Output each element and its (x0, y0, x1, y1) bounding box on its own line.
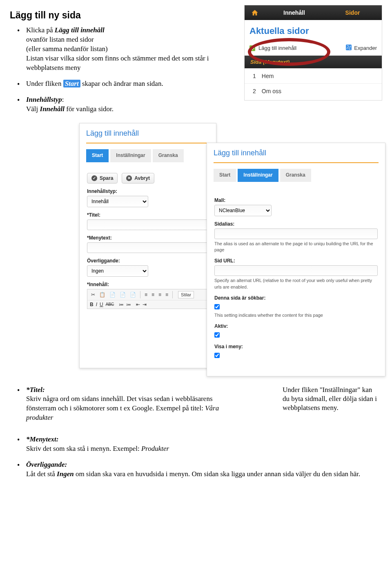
input-title[interactable] (87, 219, 209, 230)
b2-suffix: skapar och ändrar man sidan. (82, 80, 163, 87)
lbl-sidurl: Sid URL: (214, 258, 378, 264)
menu-heading: *Menytext: (26, 435, 58, 443)
select-content-type[interactable]: Innehåll (87, 196, 148, 207)
tab-settings[interactable]: Inställningar (110, 149, 151, 162)
b3-heading: Innehållstyp (26, 96, 62, 103)
lbl-type: Innehållstyp: (87, 188, 209, 194)
orange-rule (86, 143, 209, 143)
editor-toolbar-row2: B I U ABC ≔ ≔ ⇤ ⇥ (87, 300, 209, 309)
b3-prefix: Välj (26, 105, 40, 113)
help-url: Specify an alternat URL (relative to the… (214, 278, 378, 290)
b2-prefix: Under fliken (26, 80, 63, 87)
cancel-label: Avbryt (134, 175, 150, 181)
bullet-overliggande: Överliggande: Låt det stå Ingen om sidan… (26, 460, 382, 479)
copy-icon[interactable]: 📋 (98, 291, 107, 298)
align-right-icon[interactable]: ≡ (157, 291, 163, 298)
paste-icon[interactable]: 📄 (108, 291, 117, 298)
list-row-1[interactable]: 1 Hem (245, 68, 382, 83)
italic-icon[interactable]: I (96, 302, 97, 307)
over-ingen: Ingen (57, 470, 74, 478)
link-expand[interactable]: Expander (354, 45, 377, 51)
b3-suffix: för vanliga sidor. (65, 105, 114, 113)
menu-body: Skriv det som ska stå i menyn. Exempel: (26, 445, 141, 452)
checkbox-show-in-menu[interactable] (214, 353, 220, 358)
sida-menytext-header: Sida (Menytext) (245, 56, 382, 68)
align-left-icon[interactable]: ≡ (143, 291, 149, 298)
home-icon[interactable] (245, 5, 265, 20)
cancel-button[interactable]: ✕ Avbryt (122, 173, 154, 184)
expand-icon (346, 45, 352, 52)
nav-tab-innehall[interactable]: Innehåll (265, 9, 323, 16)
p1-title: Lägg till innehåll (80, 123, 216, 139)
checkbox-searchable[interactable] (214, 304, 220, 309)
tab-review[interactable]: Granska (153, 149, 184, 162)
underline-icon[interactable]: U (100, 302, 103, 307)
start-highlight: Start (63, 80, 80, 87)
lbl-title: *Titel: (87, 212, 209, 218)
over-suffix: om sidan ska vara en huvudsida i menyn. … (74, 470, 361, 478)
outdent-icon[interactable]: ⇤ (136, 302, 140, 307)
row2-label: Om oss (262, 88, 281, 94)
p2-tab-start[interactable]: Start (214, 169, 236, 182)
cut-icon[interactable]: ✂ (90, 291, 96, 298)
lbl-show: Visa i meny: (214, 344, 378, 349)
bold-icon[interactable]: B (90, 302, 94, 307)
checkbox-active[interactable] (214, 332, 220, 338)
lbl-menu: *Menytext: (87, 235, 209, 241)
b1-prefix: Klicka på (26, 26, 55, 34)
row2-num: 2 (253, 88, 256, 94)
paste2-icon[interactable]: 📄 (118, 291, 127, 298)
align-justify-icon[interactable]: ≡ (164, 291, 169, 298)
bullet-click-add: Klicka på Lägg till innehåll ovanför lis… (26, 26, 238, 73)
b1-line3: (eller samma nedanför listan) (26, 45, 108, 53)
link-add-content[interactable]: Lägg till innehåll (258, 45, 296, 51)
strike-icon[interactable]: ABC (106, 302, 114, 307)
p2-tab-review[interactable]: Granska (280, 169, 311, 182)
lbl-searchable: Denna sida är sökbar: (214, 295, 378, 301)
select-mall[interactable]: NCleanBlue (214, 205, 272, 216)
menu-example: Produkter (141, 445, 169, 452)
list-row-2[interactable]: 2 Om oss (245, 83, 382, 100)
section-title-aktuella: Aktuella sidor (245, 20, 382, 40)
save-label: Spara (100, 175, 113, 181)
page-title: Lägg till ny sida (10, 10, 238, 21)
bullet-content-type: Innehållstyp: Välj Innehåll för vanliga … (26, 95, 238, 114)
paste3-icon[interactable]: 📄 (129, 291, 137, 298)
nav-tab-sidor[interactable]: Sidor (323, 9, 382, 16)
row1-label: Hem (262, 73, 274, 79)
input-menutext[interactable] (87, 242, 209, 253)
over-heading: Överliggande: (26, 461, 67, 468)
orange-rule-2 (214, 162, 379, 163)
screenshot-navbar: Innehåll Sidor Aktuella sidor Lägg till … (244, 5, 382, 101)
bullet-menytext: *Menytext: Skriv det som ska stå i menyn… (26, 435, 382, 454)
b3-bi: Innehåll (40, 105, 65, 113)
olist-icon[interactable]: ≔ (126, 302, 131, 307)
list-icon[interactable]: ≔ (119, 302, 124, 307)
lbl-sidalias: Sidalias: (214, 221, 378, 227)
b1-line2: ovanför listan med sidor (26, 36, 94, 43)
styles-dropdown[interactable]: Stilar (178, 291, 194, 298)
bullet-titel: *Titel: Skriv några ord om sidans innehå… (26, 385, 382, 423)
align-center-icon[interactable]: ≡ (150, 291, 156, 298)
lbl-parent: Överliggande: (87, 258, 209, 264)
titel-body: Skriv några ord om sidans innehåll. Det … (26, 395, 213, 412)
save-button[interactable]: ✓ Spara (87, 173, 118, 184)
lbl-active: Aktiv: (214, 323, 378, 329)
x-icon: ✕ (126, 175, 132, 181)
select-parent[interactable]: Ingen (87, 265, 148, 277)
svg-rect-1 (346, 45, 352, 50)
help-alias: The alias is used as an alternate to the… (214, 241, 378, 253)
p2-tab-settings[interactable]: Inställningar (238, 169, 278, 182)
tab-start[interactable]: Start (86, 149, 109, 162)
check-icon: ✓ (91, 175, 97, 181)
b1-line4: Listan visar vilka sidor som finns och s… (26, 54, 209, 72)
over-prefix: Låt det stå (26, 470, 57, 478)
indent-icon[interactable]: ⇥ (143, 302, 147, 307)
titel-heading: *Titel: (26, 386, 45, 394)
plus-icon (249, 45, 255, 51)
input-sidalias[interactable] (214, 228, 378, 239)
bullet-start-tab: Under fliken Start skapar och ändrar man… (26, 79, 238, 89)
input-sidurl[interactable] (214, 265, 378, 276)
p2-title: Lägg till innehåll (207, 143, 385, 159)
lbl-content: *Innehåll: (87, 282, 209, 287)
